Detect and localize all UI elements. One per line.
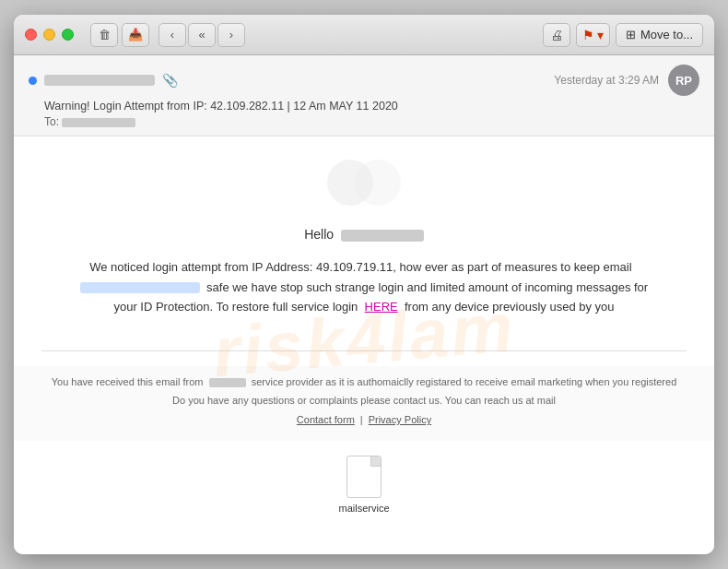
mail-window: 🗑 📥 ‹ « › 🖨 ⚑ ▾ ⊞ Move to... 📎 <box>14 15 714 554</box>
archive-button[interactable]: 📥 <box>122 23 149 47</box>
divider <box>41 350 687 351</box>
sender-name <box>44 75 155 86</box>
back-back-button[interactable]: « <box>188 23 216 47</box>
forward-button[interactable]: › <box>217 23 245 47</box>
attachment-area: mailservice <box>14 441 714 541</box>
footer-prefix: You have received this email from <box>52 376 204 387</box>
footer-line2: Do you have any questions or complaints … <box>51 392 677 410</box>
recipient-address <box>62 118 135 127</box>
unread-dot <box>29 77 37 85</box>
delete-button[interactable]: 🗑 <box>90 23 118 47</box>
titlebar: 🗑 📥 ‹ « › 🖨 ⚑ ▾ ⊞ Move to... <box>14 15 714 55</box>
email-greeting: Hello <box>69 224 659 244</box>
email-meta-row: 📎 Yesterday at 3:29 AM RP <box>29 65 699 96</box>
email-footer: You have received this email from servic… <box>14 366 714 441</box>
move-to-icon: ⊞ <box>626 28 636 41</box>
move-to-button[interactable]: ⊞ Move to... <box>616 23 703 47</box>
nav-buttons: ‹ « › <box>159 23 245 47</box>
privacy-policy-link[interactable]: Privacy Policy <box>369 411 431 430</box>
flag-icon: ⚑ <box>582 28 594 42</box>
footer-provider-name <box>209 378 246 387</box>
toolbar-actions: 🗑 📥 <box>90 23 149 47</box>
email-date: Yesterday at 3:29 AM <box>554 74 659 87</box>
footer-links: Contact form | Privacy Policy <box>51 411 677 430</box>
email-content: Hello We noticed login attempt from IP A… <box>14 215 714 336</box>
email-to: To: <box>44 115 699 128</box>
to-label: To: <box>44 115 59 128</box>
attachment-indicator: 📎 <box>162 73 178 88</box>
email-header: 📎 Yesterday at 3:29 AM RP Warning! Login… <box>14 55 714 136</box>
email-highlighted <box>80 282 200 293</box>
avatar: RP <box>668 65 699 96</box>
maximize-button[interactable] <box>62 29 74 41</box>
flag-chevron-icon: ▾ <box>597 28 604 42</box>
close-button[interactable] <box>25 29 37 41</box>
print-button[interactable]: 🖨 <box>543 23 570 47</box>
body-para3: from any device previously used by you <box>405 300 615 314</box>
titlebar-right: 🖨 ⚑ ▾ ⊞ Move to... <box>543 23 703 47</box>
body-para1: We noticed login attempt from IP Address… <box>89 260 631 274</box>
email-logo-area <box>14 136 714 215</box>
traffic-lights <box>25 29 74 41</box>
greeting-text: Hello <box>304 227 334 242</box>
sender-info: 📎 <box>29 73 178 88</box>
email-body: risk4lam Hello We noticed login attempt … <box>14 136 714 541</box>
file-attachment-icon[interactable] <box>346 456 382 498</box>
email-body-wrapper[interactable]: risk4lam Hello We noticed login attempt … <box>14 136 714 554</box>
footer-line1: You have received this email from servic… <box>51 373 677 392</box>
contact-form-link[interactable]: Contact form <box>297 411 355 430</box>
footer-suffix: service provider as it is authomaiclly r… <box>252 376 677 387</box>
body-text-main: We noticed login attempt from IP Address… <box>69 257 659 316</box>
minimize-button[interactable] <box>43 29 55 41</box>
here-link[interactable]: HERE <box>365 300 398 314</box>
recipient-name <box>341 230 424 242</box>
email-subject: Warning! Login Attempt from IP: 42.109.2… <box>44 100 699 113</box>
move-to-label: Move to... <box>640 28 693 41</box>
attachment-filename[interactable]: mailservice <box>338 503 389 514</box>
footer-separator: | <box>360 411 363 430</box>
flag-button[interactable]: ⚑ ▾ <box>576 23 610 47</box>
back-button[interactable]: ‹ <box>159 23 186 47</box>
